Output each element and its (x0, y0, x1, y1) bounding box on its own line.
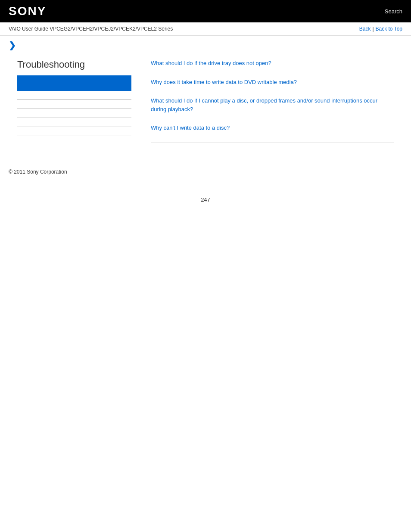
search-button[interactable]: Search (385, 8, 402, 15)
back-link[interactable]: Back (359, 26, 371, 32)
back-to-top-link[interactable]: Back to Top (376, 26, 402, 32)
content-link-2[interactable]: Why does it take time to write data to D… (151, 78, 394, 87)
main-content: Troubleshooting What should I do if the … (0, 50, 411, 160)
footer: © 2011 Sony Corporation (0, 160, 411, 184)
nav-separator: | (372, 26, 374, 32)
breadcrumb-text: VAIO User Guide VPCEG2/VPCEH2/VPCEJ2/VPC… (9, 26, 173, 32)
content-link-1[interactable]: What should I do if the drive tray does … (151, 59, 394, 68)
sidebar-highlight-bar (17, 75, 131, 91)
sony-logo: SONY (9, 4, 46, 18)
sidebar-divider-2 (17, 109, 131, 109)
sidebar-divider-4 (17, 127, 131, 127)
copyright-text: © 2011 Sony Corporation (9, 169, 67, 175)
sidebar-divider-1 (17, 100, 131, 100)
content-divider (151, 143, 394, 143)
header: SONY Search (0, 0, 411, 22)
breadcrumb-bar: VAIO User Guide VPCEG2/VPCEH2/VPCEJ2/VPC… (0, 22, 411, 36)
sidebar-title: Troubleshooting (17, 59, 129, 70)
sidebar-divider-5 (17, 136, 131, 136)
sidebar-divider-3 (17, 118, 131, 118)
page-number: 247 (0, 184, 411, 216)
right-content: What should I do if the drive tray does … (138, 59, 402, 152)
content-link-4[interactable]: Why can't I write data to a disc? (151, 124, 394, 132)
chevron-right-icon: ❯ (9, 40, 16, 50)
content-link-3[interactable]: What should I do if I cannot play a disc… (151, 96, 394, 113)
arrow-section: ❯ (0, 36, 411, 50)
nav-links: Back | Back to Top (359, 26, 402, 32)
sidebar: Troubleshooting (9, 59, 138, 152)
